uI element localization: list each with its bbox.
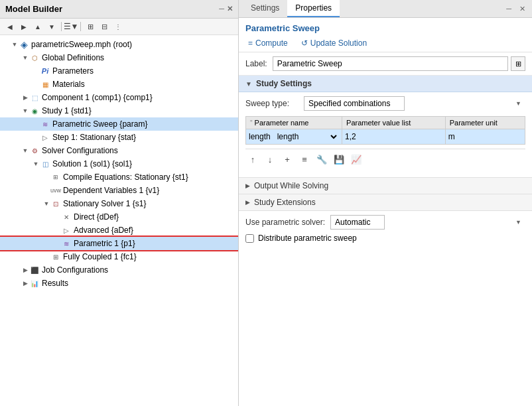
right-panel: Settings Properties ─ ✕ Parametric Sweep…	[239, 0, 532, 406]
component-icon: ⬚	[29, 92, 40, 103]
pin-icon[interactable]: ─	[219, 5, 224, 13]
job-icon: ⬛	[29, 265, 40, 275]
output-while-solving-header[interactable]: ▶ Output While Solving	[239, 178, 532, 194]
left-toolbar: ◀ ▶ ▲ ▼ ☰▼ ⊞ ⊟ ⋮	[0, 19, 238, 35]
expand-all-button[interactable]: ⊞	[84, 21, 96, 33]
toggle-results[interactable]: ▶	[21, 280, 29, 287]
material-label: Materials	[52, 80, 85, 89]
update-solution-button[interactable]: ↺ Update Solution	[299, 37, 369, 49]
update-icon: ↺	[301, 38, 308, 48]
toggle-solverconf[interactable]: ▼	[21, 147, 29, 154]
tab-properties[interactable]: Properties	[287, 0, 340, 17]
forward-button[interactable]: ▶	[18, 21, 30, 33]
table-chart-button[interactable]: 📈	[349, 152, 364, 167]
tree-parameters[interactable]: Pi Parameters	[0, 64, 238, 78]
use-param-solver-wrapper: Automatic On Off	[330, 215, 525, 230]
fullycoupled-label: Fully Coupled 1 {fc1}	[63, 252, 137, 261]
table-row[interactable]: length length 1,2 m	[246, 129, 525, 145]
toggle-comp[interactable]: ▶	[21, 94, 29, 101]
up-button[interactable]: ▲	[32, 21, 44, 33]
left-panel: Model Builder ─ ✕ ◀ ▶ ▲ ▼ ☰▼ ⊞ ⊟ ⋮ ▼ ◈	[0, 0, 239, 406]
study-settings-section: ▼ Study Settings Sweep type: Specified c…	[239, 76, 532, 177]
toggle-sol1[interactable]: ▼	[32, 161, 40, 167]
tree-job-configs[interactable]: ▶ ⬛ Job Configurations	[0, 263, 238, 277]
output-arrow-icon: ▶	[245, 182, 250, 189]
sweep-type-row: Sweep type: Specified combinations All c…	[245, 96, 525, 111]
close-panel-button[interactable]: ✕	[517, 3, 528, 15]
toggle-study[interactable]: ▼	[21, 107, 29, 114]
table-edit-button[interactable]: ≡	[297, 152, 312, 167]
tree-root[interactable]: ▼ ◈ parametricSweep.mph (root)	[0, 38, 238, 51]
panel-header-actions: ─ ✕	[219, 5, 233, 13]
panel-title: Model Builder	[5, 4, 62, 14]
tree-materials[interactable]: ▦ Materials	[0, 78, 238, 91]
action-bar: = Compute ↺ Update Solution	[245, 37, 525, 49]
tree-study1[interactable]: ▼ ◉ Study 1 {std1}	[0, 104, 238, 117]
solution-icon: ◫	[40, 159, 50, 169]
parametric1-label: Parametric 1 {p1}	[74, 239, 135, 248]
toggle-job[interactable]: ▶	[21, 267, 29, 273]
tree-advanced[interactable]: ▷ Advanced {aDef}	[0, 224, 238, 237]
material-icon: ▦	[40, 79, 50, 90]
table-add-button[interactable]: +	[280, 152, 295, 167]
right-panel-header: Parametric Sweep = Compute ↺ Update Solu…	[239, 18, 532, 52]
param-table: " Parameter name Parameter value list Pa…	[245, 116, 525, 145]
sweep-type-select[interactable]: Specified combinations All combinations	[304, 96, 405, 111]
param-values-cell[interactable]: 1,2	[342, 129, 446, 145]
tree-results[interactable]: ▶ 📊 Results	[0, 277, 238, 290]
distribute-checkbox[interactable]	[245, 234, 254, 243]
param-unit-cell: m	[445, 129, 525, 145]
use-param-solver-select[interactable]: Automatic On Off	[330, 215, 385, 230]
tree-global-definitions[interactable]: ▼ ⬡ Global Definitions	[0, 51, 238, 64]
tree-parametric1[interactable]: ≋ Parametric 1 {p1}	[0, 237, 238, 250]
tree-compile[interactable]: ⊞ Compile Equations: Stationary {st1}	[0, 170, 238, 184]
tree-depvar[interactable]: uvw Dependent Variables 1 {v1}	[0, 184, 238, 197]
param-values-value: 1,2	[345, 132, 356, 141]
output-while-solving-title: Output While Solving	[254, 181, 328, 190]
label-row: Label: ⊞	[239, 52, 532, 76]
collapse-all-button[interactable]: ⊟	[98, 21, 110, 33]
stat-solver-label: Stationary Solver 1 {s1}	[63, 199, 146, 208]
tree-step1[interactable]: ▷ Step 1: Stationary {stat}	[0, 131, 238, 144]
tree-solution1[interactable]: ▼ ◫ Solution 1 (sol1) {sol1}	[0, 157, 238, 170]
toggle-statsolver[interactable]: ▼	[42, 200, 50, 207]
close-icon[interactable]: ✕	[227, 5, 233, 13]
param-name-select[interactable]: length	[273, 131, 339, 143]
param-name-cell[interactable]: length length	[246, 129, 342, 145]
tree-parametric-sweep[interactable]: ≋ Parametric Sweep {param}	[0, 117, 238, 131]
tree-stat-solver1[interactable]: ▼ ⊡ Stationary Solver 1 {s1}	[0, 197, 238, 210]
tree-solver-configs[interactable]: ▼ ⚙ Solver Configurations	[0, 144, 238, 157]
section-header-title: Study Settings	[256, 79, 312, 88]
study-extensions-header[interactable]: ▶ Study Extensions	[239, 194, 532, 210]
tabs-list: Settings Properties	[243, 0, 340, 17]
param-name-value: length	[249, 132, 271, 141]
study-settings-header[interactable]: ▼ Study Settings	[239, 76, 532, 92]
pin-button[interactable]: ─	[503, 3, 514, 15]
toggle-root[interactable]: ▼	[11, 41, 19, 48]
table-browse-button[interactable]: 🔧	[314, 152, 329, 167]
table-save-button[interactable]: 💾	[332, 152, 346, 167]
tree-component1[interactable]: ▶ ⬚ Component 1 (comp1) {comp1}	[0, 91, 238, 104]
param-icon: Pi	[40, 66, 50, 76]
label-input[interactable]	[273, 56, 508, 71]
table-up-button[interactable]: ↑	[245, 152, 260, 167]
more-button[interactable]: ⋮	[112, 21, 124, 33]
compute-button[interactable]: = Compute	[245, 37, 291, 49]
down-button[interactable]: ▼	[46, 21, 58, 33]
sweep-label: Parametric Sweep {param}	[52, 119, 147, 129]
tab-settings[interactable]: Settings	[243, 0, 287, 17]
extensions-arrow-icon: ▶	[245, 199, 250, 206]
use-param-solver-label: Use parametric solver:	[245, 218, 325, 227]
results-label: Results	[42, 279, 68, 288]
results-icon: 📊	[29, 278, 40, 289]
label-icon-button[interactable]: ⊞	[511, 56, 525, 71]
tree-fully-coupled[interactable]: ⊞ Fully Coupled 1 {fc1}	[0, 250, 238, 263]
solution-label: Solution 1 (sol1) {sol1}	[52, 159, 132, 169]
table-down-button[interactable]: ↓	[263, 152, 277, 167]
tree-direct[interactable]: ✕ Direct {dDef}	[0, 210, 238, 224]
back-button[interactable]: ◀	[4, 21, 16, 33]
global-icon: ⬡	[29, 52, 40, 63]
compile-label: Compile Equations: Stationary {st1}	[63, 172, 188, 182]
toggle-global[interactable]: ▼	[21, 54, 29, 61]
view-menu-button[interactable]: ☰▼	[65, 21, 77, 33]
